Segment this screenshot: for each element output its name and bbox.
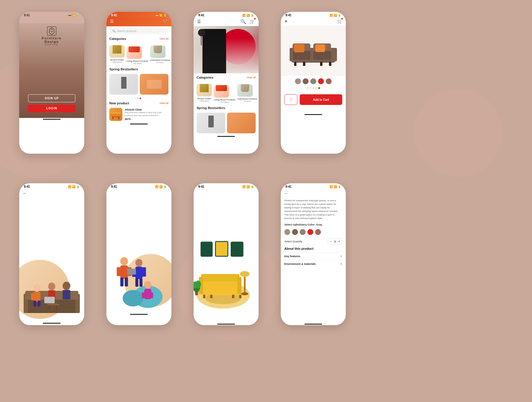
cart-btn-4[interactable]: 🛒: [337, 19, 342, 24]
cat-unfinished[interactable]: Unfinished Furniture 53 items: [150, 43, 170, 64]
cat-name-3-2: Living Room Furniture: [214, 98, 236, 101]
room-illustration: [194, 230, 253, 313]
battery-icon-2: 🔋: [163, 14, 167, 17]
svg-point-31: [63, 282, 70, 290]
svg-rect-4: [118, 117, 119, 119]
chair-icon: [113, 45, 121, 54]
product-actions: ♡ Add to Cart: [281, 92, 346, 107]
scroll-content-8: Perfect for unexpected overnight guests,…: [281, 197, 346, 270]
categories-label-3: Categories: [197, 76, 213, 79]
cat-img-3-2: [214, 85, 229, 98]
cat-accent-chairs[interactable]: Accent Chairs 1500 items: [109, 43, 125, 64]
phone-onboarding-1: 9:41 📶🛜🔋 ←: [19, 183, 84, 325]
svg-rect-41: [149, 292, 153, 298]
categories-header-3: Categories View all: [194, 74, 259, 80]
bestseller-3-1[interactable]: [197, 113, 225, 133]
onboarding-content-3: [194, 189, 259, 313]
view-all-btn-2[interactable]: View all: [159, 102, 168, 105]
svg-rect-64: [203, 295, 205, 298]
svg-rect-53: [142, 267, 146, 277]
back-button[interactable]: ←: [23, 191, 27, 196]
search-icon-3[interactable]: 🔍: [240, 19, 246, 24]
swatch-mauve-8[interactable]: [315, 229, 321, 235]
add-to-cart-button[interactable]: Add to Cart: [300, 94, 342, 105]
swatch-taupe-8[interactable]: [300, 229, 306, 235]
phone-onboarding-3: 9:41 📶🛜🔋: [194, 183, 259, 325]
menu-icon[interactable]: ☰: [110, 19, 114, 24]
bestseller-1[interactable]: [109, 74, 138, 95]
categories-row: Accent Chairs 1500 items Living Room Fur…: [106, 42, 171, 66]
cart-button[interactable]: 🛒: [163, 19, 168, 24]
product-actions-area: ♡ Add to Cart: [281, 90, 346, 113]
cat-name-1: Accent Chairs: [109, 59, 125, 61]
view-all-btn[interactable]: View all: [159, 37, 168, 40]
status-bar-6: 9:41 📶🛜🔋: [106, 183, 171, 189]
svg-rect-67: [239, 295, 241, 298]
status-bar-7: 9:41 📶🛜🔋: [194, 183, 259, 189]
swatch-gray[interactable]: [295, 78, 301, 84]
cat-living-3[interactable]: Living Room Furniture 742 items: [214, 82, 236, 103]
ind-dot-3: [312, 87, 314, 89]
ind-dot-1: [306, 87, 308, 89]
search-bar[interactable]: 🔍 Search products: [109, 28, 168, 34]
qty-decrease[interactable]: −: [330, 239, 332, 244]
top-bar-2: ☰ 🛒: [106, 17, 171, 26]
cat-accent-3[interactable]: Accent Chairs 1500 items: [197, 82, 212, 103]
chevron-down-icon: ∨: [340, 255, 342, 258]
onboarding-content-1: [19, 198, 84, 322]
status-bar-8: 9:41 📶🛜🔋: [281, 183, 346, 189]
close-icon[interactable]: ✕: [284, 19, 288, 24]
view-all-btn-3[interactable]: View all: [246, 76, 256, 79]
bestseller-2[interactable]: [140, 74, 168, 95]
swatch-brown[interactable]: [303, 78, 309, 84]
splash-image: Furniture Design DESIGN SIGN UP LOGIN: [19, 17, 84, 118]
env-materials-row[interactable]: Environment & materials ∨: [284, 260, 342, 268]
swatch-red[interactable]: [318, 78, 324, 84]
svg-rect-32: [63, 290, 70, 299]
signup-button[interactable]: SIGN UP: [28, 94, 75, 102]
svg-rect-50: [135, 278, 138, 287]
about-title: About this product: [284, 247, 342, 250]
categories-row-3: Accent Chairs 1500 items Living Room Fur…: [194, 80, 259, 105]
back-button-8[interactable]: ←: [284, 191, 288, 196]
svg-rect-13: [315, 44, 325, 52]
ind-dot-5-active: [318, 87, 320, 89]
login-button[interactable]: LOGIN: [28, 105, 75, 112]
back-nav: ←: [19, 189, 84, 198]
cat-living-room[interactable]: Living Room Furniture 742 items: [126, 43, 148, 64]
top-bar-3: ☰ 🔍 🛒: [194, 17, 259, 26]
signal-icon: ▪▪▪: [68, 14, 71, 17]
cat-img-3-3: [237, 84, 253, 97]
svg-rect-49: [135, 267, 142, 279]
status-icons-2: ▪▪▪ 🛜 🔋: [155, 14, 167, 17]
basket-icon-3: [241, 84, 249, 92]
new-product-item[interactable]: Alinium Chair Buy products related to la…: [106, 106, 171, 123]
swatch-gray-8[interactable]: [284, 229, 290, 235]
categories-header: Categories View all: [106, 36, 171, 42]
bestsellers-row: [106, 72, 171, 96]
dot-2-active: [140, 98, 141, 99]
barstool-icon-3: [208, 116, 214, 127]
key-features-row[interactable]: Key features ∨: [284, 252, 342, 260]
swatch-taupe[interactable]: [310, 78, 316, 84]
bestsellers-label-3: Spring Bestsellers: [197, 106, 225, 110]
cart-badge-4: [341, 18, 343, 20]
wishlist-button[interactable]: ♡: [284, 94, 297, 105]
svg-rect-44: [120, 278, 124, 286]
svg-rect-54: [127, 269, 136, 275]
phone-splash: 9:41 ▪▪▪ 📶 🔋 Furniture Design DESIGN SIG…: [19, 12, 84, 154]
cat-unfinished-3[interactable]: Unfinished Furniture 53 items: [237, 82, 257, 103]
svg-rect-17: [329, 62, 331, 66]
swatch-brown-8[interactable]: [292, 229, 298, 235]
qty-increase[interactable]: +: [338, 239, 340, 244]
bestseller-3-2[interactable]: [227, 113, 256, 133]
categories-label: Categories: [109, 37, 126, 40]
menu-icon-3[interactable]: ☰: [197, 19, 201, 24]
svg-rect-12: [294, 44, 304, 52]
product-desc: Buy products related to lazy boy chair p…: [125, 111, 168, 117]
status-icons-1: ▪▪▪ 📶 🔋: [68, 14, 80, 17]
swatch-mauve[interactable]: [326, 78, 332, 84]
swatch-red-8[interactable]: [307, 229, 313, 235]
cart-btn-3[interactable]: 🛒: [249, 19, 255, 24]
hero-person: [202, 29, 226, 73]
